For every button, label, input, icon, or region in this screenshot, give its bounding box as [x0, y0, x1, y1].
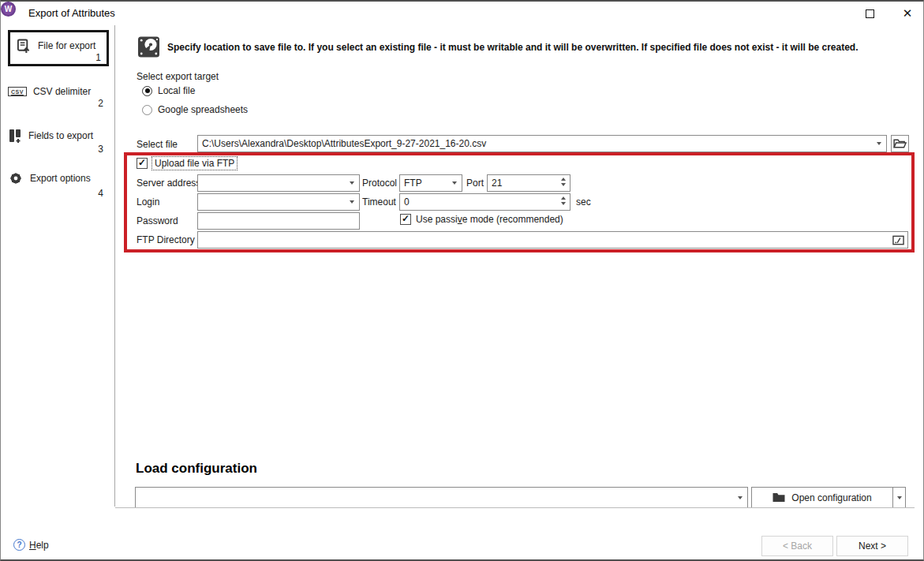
- radio-local-file[interactable]: Local file: [142, 84, 195, 97]
- window-title: Export of Attributes: [28, 2, 115, 25]
- app-logo-glyph: W: [5, 5, 12, 13]
- chevron-down-icon: [877, 142, 881, 145]
- gear-icon: [8, 170, 24, 186]
- folder-slash-icon: [892, 235, 904, 245]
- sidebar-item-label: File for export: [38, 40, 95, 51]
- open-configuration-dropdown[interactable]: [892, 488, 905, 507]
- step-number: 3: [98, 144, 103, 155]
- spinner-arrows-icon[interactable]: [561, 196, 566, 205]
- select-file-combo[interactable]: C:\Users\Alexandra\Desktop\AttributesExp…: [197, 135, 887, 152]
- title-bar: W Export of Attributes ✕: [1, 2, 923, 25]
- upload-ftp-checkbox-row[interactable]: ✓ Upload file via FTP: [137, 157, 237, 170]
- password-label: Password: [137, 215, 178, 227]
- app-logo-icon: W: [1, 2, 16, 17]
- login-combo[interactable]: [197, 193, 360, 211]
- step-number: 4: [98, 188, 103, 199]
- export-target-label: Select export target: [137, 71, 219, 82]
- back-button[interactable]: < Back: [761, 536, 833, 556]
- radio-label: Google spreadsheets: [158, 104, 248, 115]
- sidebar-item-export-options[interactable]: Export options 4: [8, 167, 109, 204]
- radio-selected-icon: [142, 86, 152, 96]
- protocol-label: Protocol: [362, 177, 397, 189]
- page-description: Specify location to save file to. If you…: [167, 42, 917, 53]
- content-bottom-line: [115, 507, 915, 508]
- sidebar-item-csv-delimiter[interactable]: CSV CSV delimiter 2: [8, 80, 109, 114]
- maximize-icon: [866, 9, 874, 18]
- chevron-down-icon: [738, 496, 743, 499]
- folder-icon: [772, 492, 785, 503]
- timeout-label: Timeout: [362, 196, 396, 208]
- radio-label: Local file: [158, 85, 195, 96]
- protocol-combo[interactable]: FTP: [399, 174, 462, 192]
- chevron-down-icon: [350, 181, 354, 185]
- ftp-directory-label: FTP Directory: [137, 234, 195, 246]
- passive-mode-checkbox-row[interactable]: ✓ Use passive mode (recommended): [400, 213, 563, 226]
- sidebar-item-label: CSV delimiter: [33, 86, 91, 97]
- check-glyph: ✓: [138, 157, 146, 168]
- select-file-value: C:\Users\Alexandra\Desktop\AttributesExp…: [202, 138, 486, 149]
- spinner-arrows-icon[interactable]: [561, 178, 566, 186]
- server-address-combo[interactable]: [197, 174, 360, 192]
- checkbox-checked-icon: ✓: [400, 214, 411, 225]
- help-label: Help: [29, 540, 49, 551]
- timeout-value: 0: [404, 196, 410, 208]
- chevron-down-icon: [452, 181, 457, 185]
- next-button[interactable]: Next >: [836, 536, 908, 556]
- timeout-spinner[interactable]: 0: [399, 193, 570, 211]
- file-export-icon: [17, 39, 32, 54]
- step-number: 2: [98, 98, 103, 109]
- radio-unselected-icon: [142, 105, 152, 115]
- sidebar-item-fields-to-export[interactable]: Fields to export 3: [8, 125, 109, 159]
- load-configuration-combo[interactable]: [135, 487, 748, 508]
- chevron-down-icon: [350, 200, 354, 204]
- server-address-label: Server address: [137, 177, 200, 189]
- drive-icon: [137, 36, 160, 58]
- open-folder-icon: [893, 138, 907, 149]
- close-icon: ✕: [903, 6, 913, 21]
- close-button[interactable]: ✕: [891, 2, 924, 25]
- port-spinner[interactable]: 21: [487, 174, 570, 192]
- load-configuration-heading: Load configuration: [136, 461, 257, 477]
- step-number: 1: [95, 52, 101, 63]
- ftp-directory-browse-button[interactable]: [891, 233, 906, 247]
- password-input[interactable]: [197, 212, 360, 230]
- select-file-label: Select file: [137, 139, 178, 150]
- csv-badge-icon: CSV: [8, 87, 27, 96]
- checkbox-checked-icon: ✓: [137, 158, 148, 169]
- protocol-value: FTP: [404, 178, 422, 189]
- chevron-down-icon: [897, 496, 902, 499]
- sidebar: File for export 1 CSV CSV delimiter 2 Fi…: [1, 25, 115, 507]
- sidebar-item-label: Export options: [30, 173, 91, 184]
- maximize-button[interactable]: [853, 2, 886, 25]
- check-glyph: ✓: [402, 213, 410, 224]
- help-link[interactable]: ? Help: [13, 539, 49, 551]
- ftp-directory-input[interactable]: [197, 231, 908, 249]
- sidebar-item-file-for-export[interactable]: File for export 1: [8, 30, 109, 66]
- passive-mode-label: Use passive mode (recommended): [416, 214, 563, 225]
- port-label: Port: [466, 177, 484, 189]
- open-configuration-button[interactable]: Open configuration: [751, 487, 906, 508]
- open-configuration-label: Open configuration: [791, 492, 871, 503]
- question-glyph: ?: [17, 540, 21, 549]
- help-icon: ?: [13, 539, 25, 551]
- port-value: 21: [492, 178, 502, 189]
- sidebar-item-label: Fields to export: [28, 130, 93, 141]
- timeout-unit-label: sec: [576, 196, 591, 208]
- login-label: Login: [137, 196, 159, 208]
- radio-google-spreadsheets[interactable]: Google spreadsheets: [142, 103, 248, 116]
- upload-ftp-label: Upload file via FTP: [152, 157, 237, 170]
- columns-icon: [8, 129, 22, 144]
- browse-file-button[interactable]: [891, 135, 909, 152]
